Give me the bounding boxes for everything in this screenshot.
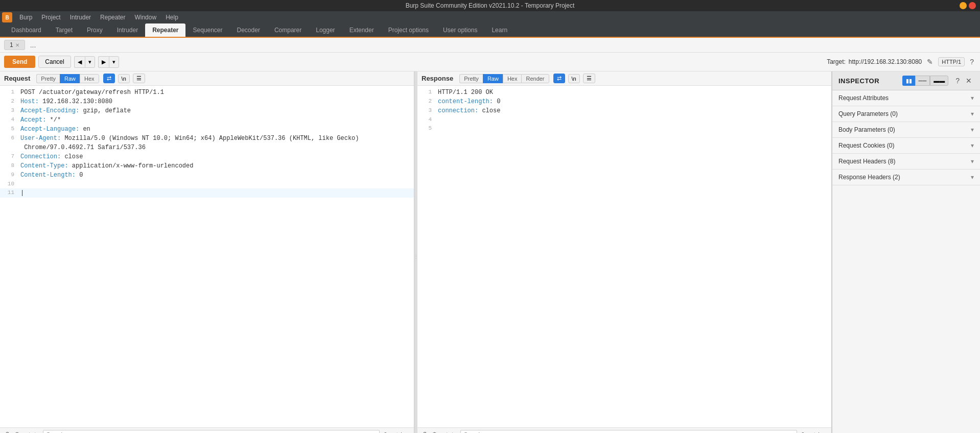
- tab-intruder[interactable]: Intruder: [110, 23, 145, 37]
- nav-prev-dropdown[interactable]: ▾: [85, 56, 95, 68]
- nav-next-button[interactable]: ▶: [98, 56, 109, 68]
- response-pretty-btn[interactable]: Pretty: [459, 74, 483, 83]
- inspector-section-label-5: Response Headers (2): [838, 174, 900, 181]
- inspector-view-btn-3[interactable]: ▬▬: [930, 76, 948, 86]
- inspector-section-query-params[interactable]: Query Parameters (0) ▾: [832, 106, 980, 122]
- tab-logger[interactable]: Logger: [309, 23, 342, 37]
- request-editor[interactable]: 1 POST /actuator/gateway/refresh HTTP/1.…: [0, 86, 414, 427]
- http-help-button[interactable]: ?: [968, 57, 976, 67]
- repeater-tab-more[interactable]: ...: [27, 40, 39, 50]
- inspector-section-request-headers[interactable]: Request Headers (8) ▾: [832, 154, 980, 170]
- menu-bar: B Burp Project Intruder Repeater Window …: [0, 11, 980, 23]
- tab-repeater[interactable]: Repeater: [145, 23, 185, 38]
- response-render-btn[interactable]: Render: [521, 74, 549, 83]
- inspector-section-label-3: Request Cookies (0): [838, 142, 894, 149]
- request-search-bar: ? ⚙ ◀ ▶ 0 matches: [0, 427, 414, 433]
- menu-window[interactable]: Window: [130, 12, 160, 22]
- repeater-tab-bar: 1 ✕ ...: [0, 38, 980, 53]
- request-line-6b: Chrome/97.0.4692.71 Safari/537.36: [0, 143, 414, 152]
- tab-target[interactable]: Target: [49, 23, 80, 37]
- response-search-input[interactable]: [460, 430, 798, 433]
- nav-prev-group: ◀ ▾: [74, 56, 95, 68]
- response-search-settings[interactable]: ⚙: [430, 430, 439, 433]
- request-line-10: 10: [0, 180, 414, 188]
- response-search-prev[interactable]: ◀: [441, 430, 449, 433]
- response-line-3: 3 connection: close: [417, 106, 831, 115]
- request-panel-header: Request Pretty Raw Hex ⇄ \n ☰: [0, 71, 414, 86]
- main-content: Request Pretty Raw Hex ⇄ \n ☰ 1 POST /ac…: [0, 71, 980, 433]
- request-line-3: 3 Accept-Encoding: gzip, deflate: [0, 106, 414, 115]
- repeater-tab-1-close[interactable]: ✕: [15, 42, 19, 48]
- inspector-header: INSPECTOR ▮▮ ── ▬▬ ? ✕: [832, 71, 980, 90]
- request-hex-btn[interactable]: Hex: [80, 74, 99, 83]
- request-line-6: 6 User-Agent: Mozilla/5.0 (Windows NT 10…: [0, 134, 414, 143]
- request-raw-btn[interactable]: Raw: [60, 74, 80, 83]
- edit-target-button[interactable]: ✎: [925, 57, 935, 67]
- inspector-chevron-4: ▾: [971, 158, 974, 165]
- response-panel-header: Response Pretty Raw Hex Render ⇄ \n ☰: [417, 71, 831, 86]
- response-hex-btn[interactable]: Hex: [503, 74, 522, 83]
- request-line-9: 9 Content-Length: 0: [0, 171, 414, 180]
- request-search-prev[interactable]: ◀: [24, 430, 31, 433]
- nav-next-dropdown[interactable]: ▾: [109, 56, 119, 68]
- menu-intruder[interactable]: Intruder: [66, 12, 95, 22]
- menu-burp[interactable]: Burp: [15, 12, 36, 22]
- inspector-chevron-1: ▾: [971, 110, 974, 117]
- request-search-input[interactable]: [43, 430, 380, 433]
- request-search-settings[interactable]: ⚙: [13, 430, 21, 433]
- response-panel: Response Pretty Raw Hex Render ⇄ \n ☰ 1 …: [417, 71, 832, 433]
- response-line-2: 2 content-length: 0: [417, 97, 831, 106]
- inspector-section-body-params[interactable]: Body Parameters (0) ▾: [832, 122, 980, 138]
- inspector-section-label-2: Body Parameters (0): [838, 126, 895, 133]
- request-line-4: 4 Accept: */*: [0, 115, 414, 125]
- request-line-8: 8 Content-Type: application/x-www-form-u…: [0, 161, 414, 171]
- inspector-section-request-cookies[interactable]: Request Cookies (0) ▾: [832, 138, 980, 154]
- response-ln-btn[interactable]: \n: [568, 74, 580, 83]
- title-text: Burp Suite Community Edition v2021.10.2 …: [406, 2, 575, 9]
- inspector-help-btn[interactable]: ?: [953, 76, 962, 86]
- nav-prev-button[interactable]: ◀: [74, 56, 85, 68]
- repeater-tab-1[interactable]: 1 ✕: [4, 40, 25, 50]
- inspector-chevron-0: ▾: [971, 94, 974, 102]
- response-search-help[interactable]: ?: [422, 430, 428, 433]
- close-btn[interactable]: [969, 2, 976, 9]
- tab-project-options[interactable]: Project options: [381, 23, 436, 37]
- response-wrap-btn[interactable]: ⇄: [553, 74, 565, 83]
- menu-project[interactable]: Project: [37, 12, 64, 22]
- inspector-section-request-attributes[interactable]: Request Attributes ▾: [832, 90, 980, 106]
- request-wrap-btn[interactable]: ⇄: [103, 74, 115, 83]
- response-search-next[interactable]: ▶: [451, 430, 458, 433]
- tab-decoder[interactable]: Decoder: [230, 23, 267, 37]
- response-raw-btn[interactable]: Raw: [483, 74, 503, 83]
- tab-dashboard[interactable]: Dashboard: [4, 23, 49, 37]
- inspector-view-btn-2[interactable]: ──: [915, 76, 930, 86]
- inspector-view-btn-1[interactable]: ▮▮: [902, 76, 915, 86]
- request-ln-btn[interactable]: \n: [118, 74, 130, 83]
- request-pretty-btn[interactable]: Pretty: [36, 74, 60, 83]
- tab-bar: Dashboard Target Proxy Intruder Repeater…: [0, 23, 980, 38]
- send-button[interactable]: Send: [4, 56, 35, 68]
- menu-help[interactable]: Help: [161, 12, 182, 22]
- inspector-section-response-headers[interactable]: Response Headers (2) ▾: [832, 170, 980, 185]
- menu-repeater[interactable]: Repeater: [96, 12, 129, 22]
- tab-learn[interactable]: Learn: [484, 23, 515, 37]
- response-view-buttons: Pretty Raw Hex Render: [459, 74, 549, 83]
- tab-user-options[interactable]: User options: [436, 23, 484, 37]
- inspector-close-btn[interactable]: ✕: [964, 76, 974, 86]
- request-search-help[interactable]: ?: [4, 430, 11, 433]
- request-line-11: 11 |: [0, 188, 414, 198]
- request-menu-btn[interactable]: ☰: [133, 74, 145, 83]
- cancel-button[interactable]: Cancel: [38, 56, 71, 68]
- minimize-btn[interactable]: [960, 2, 967, 9]
- tab-proxy[interactable]: Proxy: [80, 23, 110, 37]
- tab-comparer[interactable]: Comparer: [267, 23, 309, 37]
- request-line-7: 7 Connection: close: [0, 152, 414, 161]
- request-search-next[interactable]: ▶: [33, 430, 41, 433]
- tab-sequencer[interactable]: Sequencer: [185, 23, 229, 37]
- target-info: Target: http://192.168.32.130:8080 ✎ HTT…: [827, 57, 976, 67]
- response-editor: 1 HTTP/1.1 200 OK 2 content-length: 0 3 …: [417, 86, 831, 427]
- tab-extender[interactable]: Extender: [342, 23, 381, 37]
- response-menu-btn[interactable]: ☰: [583, 74, 595, 83]
- inspector-section-label-4: Request Headers (8): [838, 158, 895, 165]
- target-url: http://192.168.32.130:8080: [849, 58, 922, 65]
